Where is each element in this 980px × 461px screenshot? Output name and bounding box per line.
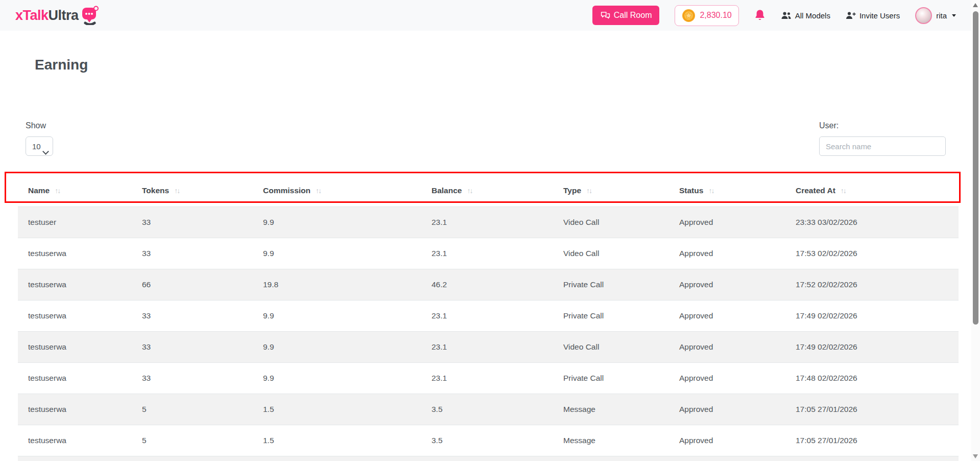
table-cell: Approved xyxy=(669,331,785,362)
caret-down-icon xyxy=(952,14,956,17)
table-cell: 33 xyxy=(132,206,253,238)
table-cell: 33 xyxy=(132,238,253,269)
table-cell: Message xyxy=(553,394,669,425)
token-balance-badge[interactable]: 2,830.10 xyxy=(675,5,738,26)
table-cell: Video Call xyxy=(553,238,669,269)
scrollbar[interactable] xyxy=(971,0,980,461)
table-cell: 23.1 xyxy=(421,300,553,331)
table-cell: testuserwa xyxy=(18,300,132,331)
search-input[interactable] xyxy=(819,136,946,156)
avatar xyxy=(915,7,932,24)
table-row: testuserwa339.923.1Private CallApproved1… xyxy=(18,362,959,394)
table-cell: 9.9 xyxy=(253,300,421,331)
page-size-select[interactable]: 10 xyxy=(26,136,53,156)
user-label: User: xyxy=(819,121,946,130)
table-cell: testuserwa xyxy=(18,331,132,362)
column-header-created-at[interactable]: Created At↑↓ xyxy=(785,175,959,206)
table-row: testuserwa339.923.1Private CallApproved1… xyxy=(18,300,959,331)
table-cell: 17:52 02/02/2026 xyxy=(785,269,959,300)
table-cell: Approved xyxy=(669,269,785,300)
table-cell: Private Call xyxy=(553,300,669,331)
table-cell: Approved xyxy=(669,238,785,269)
table-cell: Private Call xyxy=(553,269,669,300)
robot-chat-icon xyxy=(81,6,99,25)
table-controls: Show 10 User: xyxy=(26,121,946,156)
table-row: testuser339.923.1Video CallApproved23:33… xyxy=(18,206,959,238)
column-label: Tokens xyxy=(142,186,169,195)
user-plus-icon xyxy=(846,11,856,20)
table-row: testuserwa339.923.1Video CallApproved17:… xyxy=(18,238,959,269)
table-cell: testuserwa xyxy=(18,238,132,269)
logo[interactable]: xTalkUltra xyxy=(15,6,99,25)
table-cell: Approved xyxy=(669,300,785,331)
user-search-control: User: xyxy=(819,121,946,156)
table-cell: 17:05 27/01/2026 xyxy=(785,394,959,425)
sort-icon: ↑↓ xyxy=(841,187,846,195)
table-cell: 66 xyxy=(132,269,253,300)
table-cell: 3.5 xyxy=(421,425,553,456)
user-menu[interactable]: rita xyxy=(915,7,956,24)
column-header-tokens[interactable]: Tokens↑↓ xyxy=(132,175,253,206)
table-cell: 33 xyxy=(132,362,253,394)
table-cell: testuser xyxy=(18,206,132,238)
column-header-commission[interactable]: Commission↑↓ xyxy=(253,175,421,206)
table-row: testuserwa339.923.1Video CallApproved17:… xyxy=(18,331,959,362)
nav-all-models[interactable]: All Models xyxy=(781,11,830,20)
column-header-name[interactable]: Name↑↓ xyxy=(18,175,132,206)
table-cell: 1.5 xyxy=(253,394,421,425)
table-cell: 5 xyxy=(132,425,253,456)
table-cell: testuserwa xyxy=(18,425,132,456)
table-cell: 19.8 xyxy=(253,269,421,300)
coin-icon xyxy=(682,9,696,22)
sort-icon: ↑↓ xyxy=(467,187,472,195)
table-body: testuser339.923.1Video CallApproved23:33… xyxy=(18,206,959,456)
table-cell: Video Call xyxy=(553,331,669,362)
earnings-table-wrap: Name↑↓ Tokens↑↓ Commission↑↓ Balance↑↓ T… xyxy=(18,175,959,461)
table-cell: 23.1 xyxy=(421,362,553,394)
scroll-up-arrow[interactable] xyxy=(973,3,978,7)
table-cell: Approved xyxy=(669,362,785,394)
table-cell: 46.2 xyxy=(421,269,553,300)
table-cell: testuserwa xyxy=(18,394,132,425)
table-cell: 23.1 xyxy=(421,206,553,238)
page-size-select-wrap: 10 xyxy=(26,142,53,151)
table-header: Name↑↓ Tokens↑↓ Commission↑↓ Balance↑↓ T… xyxy=(18,175,959,206)
sort-icon: ↑↓ xyxy=(55,187,60,195)
scroll-down-arrow[interactable] xyxy=(973,454,978,458)
token-balance-value: 2,830.10 xyxy=(700,11,731,20)
column-header-type[interactable]: Type↑↓ xyxy=(553,175,669,206)
table-cell: 23:33 03/02/2026 xyxy=(785,206,959,238)
navbar: xTalkUltra Call Room xyxy=(0,0,971,31)
notification-bell-icon[interactable] xyxy=(754,9,766,21)
table-cell: 23.1 xyxy=(421,238,553,269)
table-cell: 23.1 xyxy=(421,331,553,362)
table-cell: 9.9 xyxy=(253,206,421,238)
table-row: testuserwa51.53.5MessageApproved17:05 27… xyxy=(18,425,959,456)
logo-text: xTalkUltra xyxy=(15,8,79,24)
table-cell: 9.9 xyxy=(253,238,421,269)
earnings-table: Name↑↓ Tokens↑↓ Commission↑↓ Balance↑↓ T… xyxy=(18,175,959,456)
table-cell: 3.5 xyxy=(421,394,553,425)
column-label: Type xyxy=(563,186,581,195)
column-label: Name xyxy=(28,186,50,195)
table-cell: Approved xyxy=(669,394,785,425)
nav-invite-users[interactable]: Invite Users xyxy=(846,11,900,20)
chat-bubbles-icon xyxy=(600,10,611,21)
page-size-control: Show 10 xyxy=(26,121,53,156)
column-header-status[interactable]: Status↑↓ xyxy=(669,175,785,206)
logo-text-secondary: Ultra xyxy=(49,8,79,23)
table-cell: testuserwa xyxy=(18,269,132,300)
table-cell: Message xyxy=(553,425,669,456)
users-group-icon xyxy=(781,11,792,20)
invite-users-label: Invite Users xyxy=(859,11,900,20)
table-row: testuserwa6619.846.2Private CallApproved… xyxy=(18,269,959,300)
scrollbar-thumb[interactable] xyxy=(973,11,978,325)
table-cell: 33 xyxy=(132,300,253,331)
table-cell: 17:49 02/02/2026 xyxy=(785,331,959,362)
call-room-button[interactable]: Call Room xyxy=(592,6,660,25)
column-label: Created At xyxy=(796,186,835,195)
table-cell: 33 xyxy=(132,331,253,362)
call-room-label: Call Room xyxy=(614,11,652,20)
column-header-balance[interactable]: Balance↑↓ xyxy=(421,175,553,206)
page-title: Earning xyxy=(35,58,980,72)
